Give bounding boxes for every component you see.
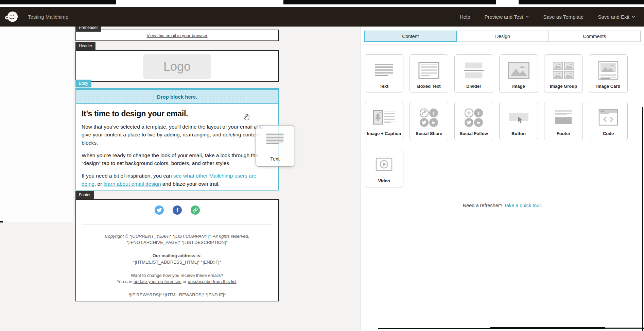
grab-cursor-icon	[242, 113, 250, 121]
window-edge-artifact	[519, 0, 644, 4]
save-and-exit-dropdown[interactable]: Save and Exit	[598, 14, 635, 20]
text-block-icon	[374, 55, 394, 84]
footer-section[interactable]: f Copyright © *|CURRENT_YEAR|* *|LIST:CO…	[75, 199, 279, 301]
block-card-boxed-text[interactable]: Boxed Text	[410, 54, 448, 93]
window-edge-artifact	[0, 0, 116, 4]
body-section-label: Body	[75, 80, 91, 87]
block-card-image-group[interactable]: Image Group	[544, 54, 583, 93]
block-card-code[interactable]: Code	[589, 102, 628, 140]
block-card-button[interactable]: Button	[499, 102, 538, 140]
dragging-text-block-ghost[interactable]: Text	[256, 125, 294, 167]
email-preview-canvas: Preheader View this email in your browse…	[0, 27, 360, 331]
svg-text:in: in	[477, 121, 480, 125]
ghost-label: Text	[270, 156, 280, 162]
website-link-icon[interactable]	[191, 205, 200, 215]
block-card-video[interactable]: Video	[365, 149, 403, 187]
email-design-link[interactable]: learn about email design	[104, 181, 161, 187]
block-card-social-follow[interactable]: f in Social Follow	[454, 102, 493, 140]
update-preferences-link[interactable]: update your preferences	[134, 279, 181, 284]
copyright-line: Copyright © *|CURRENT_YEAR|* *|LIST:COMP…	[76, 233, 278, 239]
block-card-image-caption[interactable]: Image + Caption	[365, 102, 403, 140]
preheader-section[interactable]: View this email in your browser	[75, 30, 279, 41]
footer-social-icons: f	[76, 205, 278, 215]
window-edge-artifact	[378, 328, 490, 329]
mailchimp-freddie-logo	[4, 9, 20, 24]
image-block-icon	[508, 55, 529, 84]
email-paragraph-3: If you need a bit of inspiration, you ca…	[82, 172, 271, 188]
top-navbar: Testing Mailchimp Help Preview and Test …	[0, 7, 644, 27]
view-in-browser-link[interactable]: View this email in your browser	[147, 33, 208, 38]
footer-copyright-group: Copyright © *|CURRENT_YEAR|* *|LIST:COMP…	[76, 233, 278, 246]
campaign-title: Testing Mailchimp	[28, 14, 68, 20]
rewards-merge-tag-line: *|IF:REWARDS|* *|HTML:REWARDS|* *|END:IF…	[76, 292, 278, 298]
image-group-block-icon	[553, 55, 574, 84]
unsubscribe-link[interactable]: unsubscribe from this list	[188, 279, 237, 284]
image-card-block-icon	[598, 55, 619, 84]
panel-divider	[361, 45, 644, 45]
boxed-text-block-icon	[418, 55, 439, 84]
help-button[interactable]: Help	[460, 14, 470, 20]
logo-placeholder[interactable]: Logo	[143, 54, 211, 79]
window-edge-artifact	[605, 328, 644, 329]
social-share-block-icon: f in	[419, 102, 439, 131]
code-block-icon	[598, 102, 619, 131]
footer-divider	[82, 225, 272, 225]
svg-text:f: f	[176, 208, 178, 213]
footer-section-label: Footer	[75, 191, 94, 199]
canvas-left-gutter	[0, 27, 73, 222]
block-card-footer[interactable]: Footer	[544, 102, 583, 140]
image-caption-block-icon	[373, 102, 395, 131]
chevron-down-icon	[525, 16, 529, 18]
text-block-icon	[265, 132, 285, 145]
preview-and-test-dropdown[interactable]: Preview and Test	[485, 14, 529, 20]
twitter-icon[interactable]	[155, 205, 164, 215]
header-section[interactable]: Logo	[75, 50, 279, 82]
content-blocks-grid: Text Boxed Text	[365, 54, 628, 187]
window-edge-artifact	[642, 107, 643, 331]
email-paragraph-2: When you're ready to change the look of …	[82, 151, 271, 167]
email-paragraph-1: Now that you've selected a template, you…	[82, 123, 271, 147]
social-follow-block-icon: f in	[464, 102, 484, 131]
window-edge-artifact	[283, 0, 496, 4]
svg-text:in: in	[432, 121, 435, 125]
window-edge-artifact	[490, 327, 605, 329]
drop-block-target[interactable]: Drop block here.	[76, 88, 278, 104]
address-merge-tag-line: *|HTML:LIST_ADDRESS_HTML|* *|END:IF|*	[76, 259, 278, 265]
body-section[interactable]: Drop block here. It's time to design you…	[75, 88, 279, 191]
panel-tabs: Content Design Comments	[364, 31, 641, 42]
save-as-template-button[interactable]: Save as Template	[543, 14, 584, 20]
drop-hint-text: Drop block here.	[157, 94, 197, 100]
facebook-icon[interactable]: f	[173, 205, 182, 215]
navbar-actions: Help Preview and Test Save as Template S…	[460, 14, 635, 20]
take-quick-tour-link[interactable]: Take a quick tour	[504, 203, 541, 208]
block-card-image[interactable]: Image	[499, 54, 538, 93]
tab-content[interactable]: Content	[364, 31, 457, 42]
button-block-icon	[508, 102, 529, 131]
chevron-down-icon	[632, 16, 635, 18]
change-emails-line: Want to change how you receive these ema…	[76, 272, 278, 279]
editor-side-panel: Content Design Comments Text	[360, 27, 644, 331]
preferences-line: You can update your preferences or unsub…	[76, 279, 278, 285]
tab-design[interactable]: Design	[457, 31, 549, 42]
block-card-image-card[interactable]: Image Card	[589, 54, 628, 93]
divider-block-icon	[463, 55, 484, 84]
mailing-address-heading: Our mailing address is:	[76, 253, 278, 259]
block-card-divider[interactable]: Divider	[454, 54, 493, 93]
window-edge-artifact	[0, 221, 3, 222]
refresher-hint: Need a refresher? Take a quick tour.	[361, 203, 644, 208]
footer-preferences-group: Want to change how you receive these ema…	[76, 272, 278, 285]
header-section-label: Header	[75, 42, 95, 50]
footer-rewards-group: *|IF:REWARDS|* *|HTML:REWARDS|* *|END:IF…	[76, 292, 278, 298]
archive-merge-tag-line: *|IFNOT:ARCHIVE_PAGE|* *|LIST:DESCRIPTIO…	[76, 239, 278, 246]
video-block-icon	[373, 149, 395, 178]
block-card-text[interactable]: Text	[365, 54, 403, 93]
footer-address-group: Our mailing address is: *|HTML:LIST_ADDR…	[76, 253, 278, 265]
block-card-social-share[interactable]: f in Social Share	[410, 102, 448, 140]
tab-comments[interactable]: Comments	[549, 31, 641, 42]
footer-block-icon	[553, 102, 574, 131]
mailchimp-email-editor: Testing Mailchimp Help Preview and Test …	[0, 0, 644, 331]
